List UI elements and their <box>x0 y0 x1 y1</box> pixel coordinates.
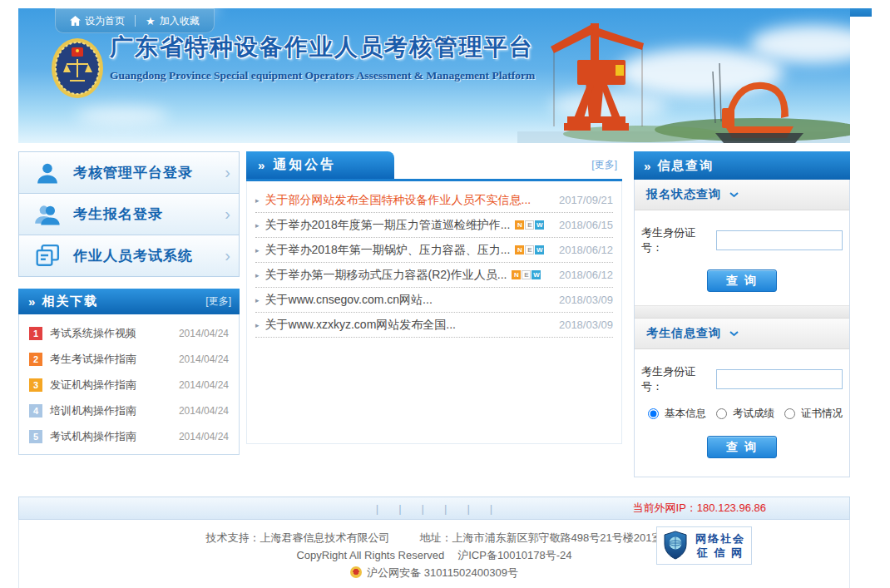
login-button-label: 作业人员考试系统 <box>73 246 225 265</box>
notice-item-date: 2018/06/12 <box>552 244 613 256</box>
query-title: 信息查询 <box>657 158 714 174</box>
id-number-input[interactable] <box>716 369 843 389</box>
new-icon: NEW <box>514 245 544 254</box>
sidebar-login-button[interactable]: 作业人员考试系统 › <box>18 235 240 277</box>
download-item[interactable]: 2 考生考试操作指南 2014/04/24 <box>19 346 239 372</box>
notice-item-date: 2017/09/21 <box>552 194 613 206</box>
notices-header: » 通知公告 [更多] <box>246 151 622 181</box>
notice-item-date: 2018/06/15 <box>552 219 613 231</box>
chevron-down-icon <box>729 192 739 198</box>
query-button[interactable]: 查 询 <box>707 436 777 458</box>
sidebar-login-button[interactable]: 考生报名登录 › <box>18 193 240 235</box>
footer-link[interactable] <box>457 502 479 515</box>
footer-link[interactable] <box>434 502 457 515</box>
set-home-link[interactable]: 设为首页 <box>70 14 125 28</box>
basic-info-radio[interactable] <box>648 408 659 419</box>
download-item-date: 2014/04/24 <box>179 405 229 417</box>
chevron-right-icon: › <box>225 246 230 265</box>
star-icon: ★ <box>146 16 156 27</box>
download-item-date: 2014/04/24 <box>179 379 229 391</box>
notice-item[interactable]: ▸ 关于www.xzxkyz.com网站发布全国... 2018/03/09 <box>255 313 613 338</box>
add-favorite-link[interactable]: ★ 加入收藏 <box>146 14 200 28</box>
enrollment-status-query-header[interactable]: 报名状态查询 <box>635 180 849 210</box>
download-item-date: 2014/04/24 <box>179 353 229 365</box>
chevron-down-icon <box>729 331 739 337</box>
exam-score-radio[interactable] <box>716 408 727 419</box>
basic-info-radio-label: 基本信息 <box>665 407 706 421</box>
top-tab-bar: 设为首页 ★ 加入收藏 <box>55 8 215 33</box>
login-button-label: 考生报名登录 <box>73 205 225 224</box>
footer-link[interactable] <box>480 502 502 515</box>
download-item[interactable]: 3 发证机构操作指南 2014/04/24 <box>19 372 239 398</box>
notice-item[interactable]: ▸ 关于举办2018年度第一期压力管道巡检维护作... NEW 2018/06/… <box>255 213 613 238</box>
notices-more-link[interactable]: [更多] <box>591 158 622 172</box>
cloud-decoration <box>77 106 168 125</box>
footer-link[interactable] <box>412 502 434 515</box>
notice-item-title: 关于www.xzxkyz.com网站发布全国... <box>265 318 456 333</box>
footer-link[interactable] <box>388 502 411 515</box>
chevron-right-icon: › <box>225 163 230 182</box>
notices-title: 通知公告 <box>273 156 336 174</box>
query-column: » 信息查询 报名状态查询 考生身份证号： 查 询 <box>634 151 850 477</box>
notice-item[interactable]: ▸ 关于举办第一期移动式压力容器(R2)作业人员... NEW 2018/06/… <box>255 263 613 288</box>
bullet-right-icon: ▸ <box>255 321 260 329</box>
download-item-label: 培训机构操作指南 <box>50 403 179 418</box>
left-column: 考核管理平台登录 › 考生报名登录 › 作业人员考试系统 › » 相关下载 [更… <box>18 151 240 455</box>
notice-item-date: 2018/06/12 <box>552 269 613 281</box>
credit-shield-icon <box>663 531 688 561</box>
page-subtitle: Guangdong Province Special equipment Ope… <box>110 69 535 82</box>
download-item-label: 考生考试操作指南 <box>50 352 179 367</box>
notice-item[interactable]: ▸ 关于www.cnsegov.com.cn网站... 2018/03/09 <box>255 288 613 313</box>
credit-network-badge[interactable]: 网络社会 征 信 网 <box>656 526 752 565</box>
certificate-status-radio[interactable] <box>784 408 795 419</box>
id-number-input[interactable] <box>716 230 843 250</box>
downloads-list: 1 考试系统操作视频 2014/04/24 2 考生考试操作指南 2014/04… <box>18 314 240 455</box>
double-chevron-icon: » <box>258 158 265 172</box>
notices-tab: » 通知公告 <box>246 151 394 179</box>
rank-badge: 3 <box>29 378 42 392</box>
notice-item[interactable]: ▸ 关于举办2018年第一期锅炉、压力容器、压力... NEW 2018/06/… <box>255 238 613 263</box>
sidebar-login-button[interactable]: 考核管理平台登录 › <box>18 151 240 194</box>
person-icon <box>32 161 62 185</box>
current-ip-label: 当前外网IP：180.123.96.86 <box>633 501 766 516</box>
enrollment-status-query-label: 报名状态查询 <box>646 187 721 202</box>
query-panel: 报名状态查询 考生身份证号： 查 询 考生信息查询 <box>634 180 850 477</box>
notice-item-title: 关于举办2018年第一期锅炉、压力容器、压力... <box>265 243 511 258</box>
download-item[interactable]: 1 考试系统操作视频 2014/04/24 <box>19 320 239 346</box>
notice-item-title: 关于举办第一期移动式压力容器(R2)作业人员... <box>265 268 507 283</box>
notices-list: ▸ 关于部分网站发布全国特种设备作业人员不实信息... 2017/09/21 ▸… <box>246 181 622 444</box>
bullet-right-icon: ▸ <box>255 196 260 205</box>
notice-item-title: 关于部分网站发布全国特种设备作业人员不实信息... <box>265 193 532 208</box>
page: 设为首页 ★ 加入收藏 <box>18 8 850 588</box>
rank-badge: 4 <box>29 404 42 418</box>
candidate-info-query-header[interactable]: 考生信息查询 <box>635 319 849 349</box>
candidate-info-query-form: 考生身份证号： 基本信息 考试成绩 证书情况 查 询 <box>635 349 849 477</box>
notices-column: » 通知公告 [更多] ▸ 关于部分网站发布全国特种设备作业人员不实信息... … <box>246 151 622 444</box>
downloads-more-link[interactable]: [更多] <box>205 294 231 309</box>
exam-score-radio-label: 考试成绩 <box>733 407 774 421</box>
certificate-status-radio-label: 证书情况 <box>801 407 843 421</box>
notice-item[interactable]: ▸ 关于部分网站发布全国特种设备作业人员不实信息... 2017/09/21 <box>255 188 613 213</box>
double-chevron-icon: » <box>644 159 650 173</box>
download-item[interactable]: 4 培训机构操作指南 2014/04/24 <box>19 398 239 423</box>
section-divider <box>635 305 849 319</box>
bullet-right-icon: ▸ <box>255 296 260 304</box>
download-item-date: 2014/04/24 <box>179 431 229 442</box>
tab-divider <box>135 15 136 27</box>
query-header: » 信息查询 <box>634 151 850 180</box>
downloads-header: » 相关下载 [更多] <box>18 289 240 314</box>
footer-link[interactable] <box>366 502 388 515</box>
download-item-label: 考试机构操作指南 <box>50 429 179 444</box>
police-badge-icon <box>350 566 362 578</box>
national-emblem-logo <box>50 37 105 100</box>
query-button[interactable]: 查 询 <box>707 269 777 292</box>
new-icon: NEW <box>514 220 544 230</box>
people-icon <box>32 202 62 226</box>
footer-links-bar: 当前外网IP：180.123.96.86 <box>18 497 850 520</box>
download-item[interactable]: 5 考试机构操作指南 2014/04/24 <box>19 423 239 449</box>
bullet-right-icon: ▸ <box>255 246 260 254</box>
login-button-label: 考核管理平台登录 <box>73 163 225 182</box>
query-type-radios: 基本信息 考试成绩 证书情况 <box>641 407 843 421</box>
home-icon <box>70 16 81 26</box>
notice-item-date: 2018/03/09 <box>552 294 613 306</box>
